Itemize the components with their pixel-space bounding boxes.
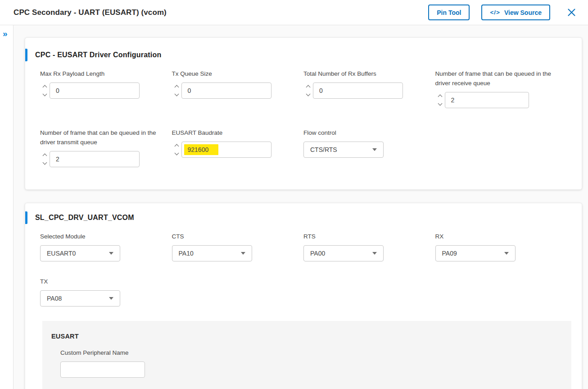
flow-control-select[interactable]: CTS/RTS — [303, 142, 384, 158]
field-receive-queue-depth: Number of frame that can be queued in th… — [435, 69, 567, 108]
vcom-title: SL_CPC_DRV_UART_VCOM — [35, 214, 134, 222]
max-rx-payload-value: 0 — [56, 87, 59, 94]
stepper-down-icon[interactable] — [43, 92, 47, 96]
field-max-rx-payload-length: Max Rx Payload Length 0 — [40, 69, 172, 108]
eusart-baudrate-value-highlighted: 921600 — [184, 144, 219, 155]
eusart-baudrate-input[interactable]: 921600 — [181, 142, 271, 158]
accent-bar — [25, 49, 27, 61]
driver-configuration-card: CPC - EUSART Driver Configuration Max Rx… — [25, 37, 582, 190]
rx-label: RX — [435, 232, 561, 241]
view-source-button[interactable]: </> View Source — [481, 5, 550, 20]
receive-queue-stepper[interactable] — [435, 95, 445, 105]
pin-tool-label: Pin Tool — [437, 9, 461, 16]
stepper-down-icon[interactable] — [174, 151, 179, 156]
expand-panel-icon[interactable]: » — [3, 29, 8, 38]
tx-pin-value: PA08 — [47, 295, 62, 302]
driver-config-title: CPC - EUSART Driver Configuration — [35, 51, 161, 59]
dropdown-caret-icon — [504, 252, 509, 255]
vcom-instance-card: SL_CPC_DRV_UART_VCOM Selected Module EUS… — [25, 203, 582, 389]
flow-control-value: CTS/RTS — [310, 146, 337, 153]
max-rx-payload-stepper[interactable] — [40, 86, 50, 96]
page-title: CPC Secondary - UART (EUSART) (vcom) — [14, 8, 428, 17]
total-rx-buffers-stepper[interactable] — [303, 86, 313, 96]
close-button[interactable] — [565, 7, 577, 18]
rts-pin-value: PA00 — [310, 250, 325, 257]
field-flow-control: Flow control CTS/RTS — [303, 128, 435, 167]
receive-queue-input[interactable]: 2 — [445, 92, 529, 108]
cts-pin-value: PA10 — [179, 250, 194, 257]
transmit-queue-stepper[interactable] — [40, 154, 50, 164]
selected-module-label: Selected Module — [40, 232, 165, 241]
dialog-body: » CPC - EUSART Driver Configuration Max … — [0, 25, 588, 389]
dropdown-caret-icon — [109, 252, 113, 255]
max-rx-payload-input[interactable]: 0 — [50, 82, 140, 99]
stepper-up-icon[interactable] — [43, 85, 47, 90]
cts-pin-select[interactable]: PA10 — [172, 245, 252, 261]
vcom-field-grid: Selected Module EUSART0 CTS PA10 — [40, 232, 567, 307]
custom-peripheral-name-input[interactable] — [60, 362, 145, 378]
field-tx-queue-size: Tx Queue Size 0 — [172, 69, 304, 108]
flow-control-label: Flow control — [303, 128, 429, 137]
field-eusart-baudrate: EUSART Baudrate 921600 — [172, 128, 304, 167]
transmit-queue-input[interactable]: 2 — [50, 151, 140, 167]
stepper-up-icon[interactable] — [306, 85, 311, 90]
field-cts-pin: CTS PA10 — [172, 232, 304, 261]
field-rts-pin: RTS PA00 — [303, 232, 435, 261]
total-rx-buffers-value: 0 — [319, 87, 323, 94]
dialog-header: CPC Secondary - UART (EUSART) (vcom) Pin… — [0, 0, 588, 25]
accent-bar — [25, 211, 27, 224]
custom-peripheral-name-label: Custom Peripheral Name — [60, 348, 185, 357]
pin-tool-button[interactable]: Pin Tool — [428, 5, 470, 20]
driver-config-field-grid: Max Rx Payload Length 0 Tx Queue Size — [40, 69, 567, 167]
field-custom-peripheral-name: Custom Peripheral Name — [60, 348, 571, 378]
rts-pin-select[interactable]: PA00 — [303, 245, 384, 261]
field-tx-pin: TX PA08 — [40, 277, 172, 307]
tx-queue-size-input[interactable]: 0 — [181, 82, 271, 99]
total-rx-buffers-input[interactable]: 0 — [313, 82, 403, 99]
tx-pin-select[interactable]: PA08 — [40, 290, 120, 307]
close-icon — [568, 9, 575, 16]
transmit-queue-depth-label: Number of frame that can be queued in th… — [40, 128, 165, 147]
eusart-subpanel-title: EUSART — [51, 333, 571, 340]
dropdown-caret-icon — [372, 252, 377, 255]
tx-queue-size-value: 0 — [188, 87, 191, 94]
card-heading: SL_CPC_DRV_UART_VCOM — [25, 211, 567, 224]
selected-module-value: EUSART0 — [47, 250, 76, 257]
tx-label: TX — [40, 277, 165, 286]
card-heading: CPC - EUSART Driver Configuration — [25, 49, 567, 61]
field-selected-module: Selected Module EUSART0 — [40, 232, 172, 261]
collapse-rail: » — [0, 25, 14, 389]
tx-queue-size-label: Tx Queue Size — [172, 69, 297, 78]
stepper-down-icon[interactable] — [438, 101, 442, 106]
config-scroll-area: CPC - EUSART Driver Configuration Max Rx… — [14, 25, 588, 389]
baudrate-stepper[interactable] — [172, 145, 181, 155]
view-source-label: View Source — [504, 9, 542, 16]
field-rx-pin: RX PA09 — [435, 232, 567, 261]
receive-queue-value: 2 — [451, 96, 455, 104]
stepper-up-icon[interactable] — [438, 95, 442, 99]
max-rx-payload-length-label: Max Rx Payload Length — [40, 69, 165, 78]
field-transmit-queue-depth: Number of frame that can be queued in th… — [40, 128, 172, 167]
stepper-up-icon[interactable] — [43, 154, 47, 158]
stepper-down-icon[interactable] — [43, 160, 47, 165]
cts-label: CTS — [172, 232, 297, 241]
transmit-queue-value: 2 — [56, 156, 59, 163]
rts-label: RTS — [303, 232, 429, 241]
dropdown-caret-icon — [241, 252, 245, 255]
field-total-rx-buffers: Total Number of Rx Buffers 0 — [303, 69, 435, 108]
dropdown-caret-icon — [109, 297, 113, 300]
selected-module-select[interactable]: EUSART0 — [40, 245, 120, 261]
stepper-down-icon[interactable] — [174, 92, 179, 96]
eusart-baudrate-label: EUSART Baudrate — [172, 128, 297, 137]
rx-pin-value: PA09 — [442, 250, 457, 257]
receive-queue-depth-label: Number of frame that can be queued in th… — [435, 69, 561, 88]
stepper-up-icon[interactable] — [174, 144, 179, 149]
stepper-up-icon[interactable] — [174, 85, 179, 90]
total-rx-buffers-label: Total Number of Rx Buffers — [303, 69, 429, 78]
eusart-subpanel: EUSART Custom Peripheral Name — [42, 321, 571, 389]
code-icon: </> — [490, 9, 500, 16]
rx-pin-select[interactable]: PA09 — [435, 245, 516, 261]
tx-queue-size-stepper[interactable] — [172, 86, 181, 96]
stepper-down-icon[interactable] — [306, 92, 311, 96]
dropdown-caret-icon — [372, 148, 377, 151]
